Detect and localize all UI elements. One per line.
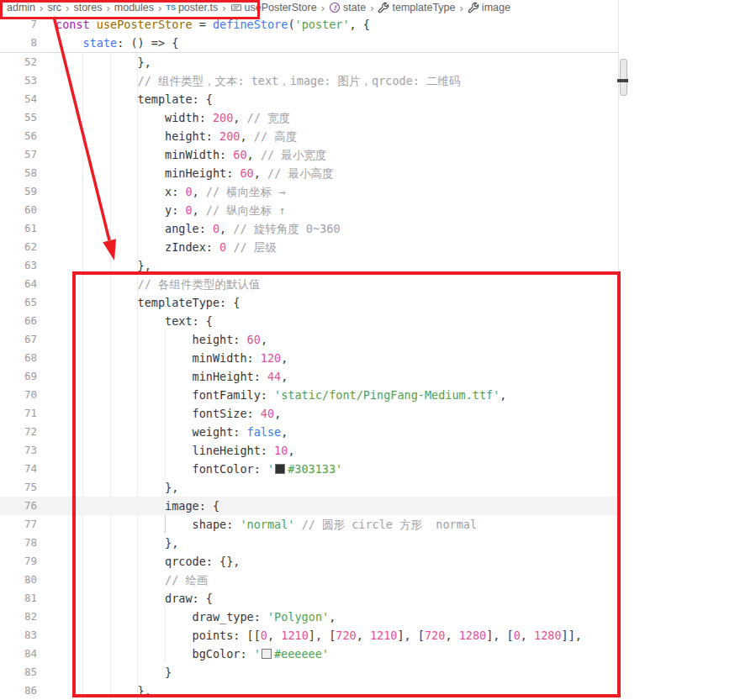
breadcrumb-item-label: state xyxy=(343,2,366,13)
line-number: 68 xyxy=(0,349,37,367)
breadcrumb-item-admin[interactable]: admin xyxy=(7,2,35,13)
property-icon xyxy=(468,2,479,13)
sticky-scroll: 7const usePosterStore = defineStore('pos… xyxy=(0,15,618,53)
code-line-83[interactable]: 83 points: [[0, 1210], [720, 1210], [720… xyxy=(0,626,618,645)
line-number: 60 xyxy=(0,201,37,219)
ts-icon: TS xyxy=(166,3,176,12)
code-line-73[interactable]: 73 lineHeight: 10, xyxy=(0,441,618,460)
method-icon: f xyxy=(329,2,341,13)
code-line-78[interactable]: 78 }, xyxy=(0,534,618,552)
code-line-70[interactable]: 70 fontFamily: 'static/font/PingFang-Med… xyxy=(0,386,618,404)
code-line-74[interactable]: 74 fontColor: '#303133' xyxy=(0,460,618,478)
line-number: 8 xyxy=(0,34,37,52)
line-number: 78 xyxy=(0,534,37,552)
code-line-52[interactable]: 52 }, xyxy=(0,53,618,71)
code-line-82[interactable]: 82 draw_type: 'Polygon', xyxy=(0,608,618,626)
code-line-79[interactable]: 79 qrcode: {}, xyxy=(0,552,618,571)
line-number: 86 xyxy=(0,682,37,700)
line-number: 71 xyxy=(0,404,37,423)
breadcrumb-separator: › xyxy=(40,2,43,14)
code-line-56[interactable]: 56 height: 200, // 高度 xyxy=(0,127,618,145)
line-number: 53 xyxy=(0,71,37,90)
breadcrumb-item-state[interactable]: fstate xyxy=(329,2,366,13)
breadcrumb-item-label: admin xyxy=(7,2,35,13)
code-text: template: { xyxy=(56,90,213,108)
line-number: 75 xyxy=(0,478,37,497)
line-number: 54 xyxy=(0,90,37,108)
code-line-69[interactable]: 69 minHeight: 44, xyxy=(0,367,618,386)
code-line-62[interactable]: 62 zIndex: 0 // 层级 xyxy=(0,238,618,256)
code-line-55[interactable]: 55 width: 200, // 宽度 xyxy=(0,108,618,127)
code-text: text: { xyxy=(56,312,213,330)
code-line-81[interactable]: 81 draw: { xyxy=(0,589,618,608)
code-text: const usePosterStore = defineStore('post… xyxy=(56,15,370,34)
code-line-66[interactable]: 66 text: { xyxy=(0,312,618,330)
breadcrumb-separator: › xyxy=(66,2,69,14)
code-line-8[interactable]: 8 state: () => { xyxy=(0,34,618,52)
code-line-72[interactable]: 72 weight: false, xyxy=(0,423,618,441)
code-text: templateType: { xyxy=(56,293,240,312)
line-number: 69 xyxy=(0,367,37,386)
code-line-86[interactable]: 86 }, xyxy=(0,682,618,700)
code-line-65[interactable]: 65 templateType: { xyxy=(0,293,618,312)
code-text: lineHeight: 10, xyxy=(56,441,295,460)
code-line-54[interactable]: 54 template: { xyxy=(0,90,618,108)
code-line-58[interactable]: 58 minHeight: 60, // 最小高度 xyxy=(0,164,618,182)
code-text: minWidth: 60, // 最小宽度 xyxy=(56,145,326,164)
code-text: minHeight: 60, // 最小高度 xyxy=(56,164,333,182)
breadcrumb-separator: › xyxy=(158,2,161,14)
line-number: 56 xyxy=(0,127,37,145)
line-number: 84 xyxy=(0,645,37,663)
code-text: height: 60, xyxy=(56,330,267,349)
line-number: 80 xyxy=(0,571,37,589)
code-line-67[interactable]: 67 height: 60, xyxy=(0,330,618,349)
line-number: 61 xyxy=(0,219,37,238)
breadcrumb-item-label: templateType xyxy=(392,2,455,13)
breadcrumb-item-label: modules xyxy=(114,2,154,13)
scrollbar-thumb[interactable] xyxy=(620,59,627,96)
line-number: 85 xyxy=(0,663,37,682)
breadcrumb-item-useposterstore[interactable]: usePosterStore xyxy=(230,2,317,13)
code-line-53[interactable]: 53 // 组件类型，文本: text，image: 图片，qrcode: 二维… xyxy=(0,71,618,90)
code-text: minHeight: 44, xyxy=(56,367,288,386)
code-line-7[interactable]: 7const usePosterStore = defineStore('pos… xyxy=(0,15,618,34)
editor-code-area[interactable]: 52 },53 // 组件类型，文本: text，image: 图片，qrcod… xyxy=(0,53,618,700)
editor-right-border xyxy=(618,0,619,700)
code-line-60[interactable]: 60 y: 0, // 纵向坐标 ↑ xyxy=(0,201,618,219)
code-line-85[interactable]: 85 } xyxy=(0,663,618,682)
breadcrumb-item-modules[interactable]: modules xyxy=(114,2,154,13)
code-line-71[interactable]: 71 fontSize: 40, xyxy=(0,404,618,423)
breadcrumb-item-image[interactable]: image xyxy=(468,2,510,13)
code-text: state: () => { xyxy=(56,34,178,52)
breadcrumb-item-label: stores xyxy=(73,2,102,13)
breadcrumb-separator: › xyxy=(460,2,463,14)
code-line-57[interactable]: 57 minWidth: 60, // 最小宽度 xyxy=(0,145,618,164)
code-line-75[interactable]: 75 }, xyxy=(0,478,618,497)
line-number: 59 xyxy=(0,182,37,201)
code-text: fontSize: 40, xyxy=(56,404,281,423)
breadcrumb: admin›src›stores›modules›TSposter.ts›use… xyxy=(0,0,618,15)
line-number: 76 xyxy=(0,497,37,515)
code-text: }, xyxy=(56,53,151,71)
code-line-80[interactable]: 80 // 绘画 xyxy=(0,571,618,589)
color-swatch xyxy=(275,464,285,474)
breadcrumb-item-label: usePosterStore xyxy=(245,2,317,13)
line-number: 83 xyxy=(0,626,37,645)
code-line-84[interactable]: 84 bgColor: '#eeeeee' xyxy=(0,645,618,663)
breadcrumb-item-src[interactable]: src xyxy=(47,2,61,13)
breadcrumb-item-stores[interactable]: stores xyxy=(73,2,102,13)
line-number: 62 xyxy=(0,238,37,256)
code-text: draw: { xyxy=(56,589,213,608)
line-number: 64 xyxy=(0,275,37,293)
code-line-61[interactable]: 61 angle: 0, // 旋转角度 0~360 xyxy=(0,219,618,238)
line-number: 82 xyxy=(0,608,37,626)
breadcrumb-item-templatetype[interactable]: templateType xyxy=(378,2,455,13)
code-line-63[interactable]: 63 }, xyxy=(0,256,618,275)
code-line-77[interactable]: 77 shape: 'normal' // 圆形 circle 方形 norma… xyxy=(0,515,618,534)
code-line-68[interactable]: 68 minWidth: 120, xyxy=(0,349,618,367)
code-text: // 各组件类型的默认值 xyxy=(56,275,260,293)
code-line-76[interactable]: 76 image: { xyxy=(0,497,618,515)
breadcrumb-item-poster.ts[interactable]: TSposter.ts xyxy=(166,2,218,13)
code-line-59[interactable]: 59 x: 0, // 横向坐标 → xyxy=(0,182,618,201)
code-line-64[interactable]: 64 // 各组件类型的默认值 xyxy=(0,275,618,293)
